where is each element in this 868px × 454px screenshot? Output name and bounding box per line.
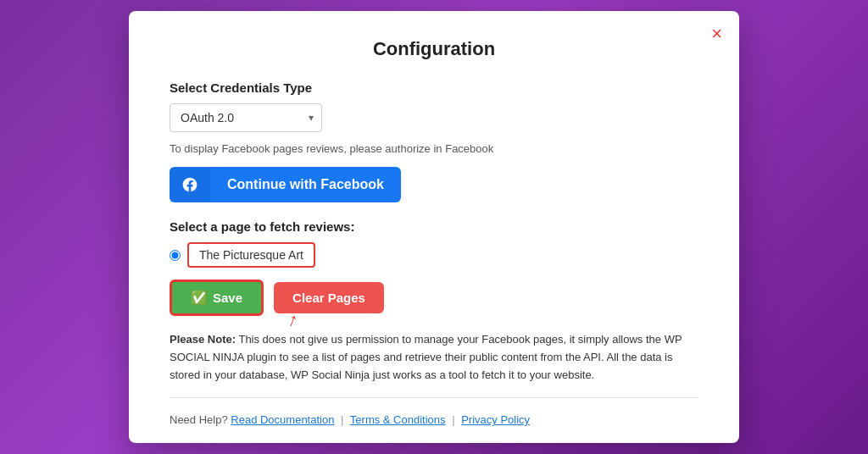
facebook-button-label: Continue with Facebook — [210, 167, 401, 202]
configuration-modal: × Configuration Select Credentials Type … — [129, 11, 739, 443]
note-bold: Please Note: — [170, 333, 236, 346]
clear-pages-button[interactable]: Clear Pages — [274, 282, 384, 313]
close-button[interactable]: × — [711, 25, 722, 43]
credentials-label: Select Credentials Type — [170, 80, 698, 95]
divider-1: | — [341, 413, 343, 426]
modal-title: Configuration — [170, 38, 698, 60]
privacy-link[interactable]: Privacy Policy — [461, 413, 530, 426]
actions-row: ✅ Save Clear Pages ↑ — [170, 280, 698, 316]
page-name: The Picturesque Art — [187, 242, 315, 268]
help-text: Need Help? — [170, 413, 228, 426]
page-select-label: Select a page to fetch reviews: — [170, 219, 698, 234]
page-radio-row: The Picturesque Art — [170, 242, 698, 268]
facebook-icon — [170, 168, 210, 202]
check-icon: ✅ — [191, 290, 208, 306]
footer: Need Help? Read Documentation | Terms & … — [170, 413, 698, 426]
note-text: Please Note: This does not give us permi… — [170, 331, 698, 398]
divider-2: | — [452, 413, 454, 426]
note-body: This does not give us permission to mana… — [170, 333, 682, 381]
read-docs-link[interactable]: Read Documentation — [231, 413, 334, 426]
save-label: Save — [213, 291, 242, 305]
credentials-select-wrapper: OAuth 2.0 Access Token ▾ — [170, 103, 322, 132]
credentials-select[interactable]: OAuth 2.0 Access Token — [170, 103, 322, 132]
terms-link[interactable]: Terms & Conditions — [350, 413, 446, 426]
save-button[interactable]: ✅ Save — [170, 280, 264, 316]
facebook-login-button[interactable]: Continue with Facebook — [170, 167, 401, 202]
clear-label: Clear Pages — [292, 291, 365, 305]
page-radio[interactable] — [170, 250, 181, 261]
hint-text: To display Facebook pages reviews, pleas… — [170, 142, 698, 155]
